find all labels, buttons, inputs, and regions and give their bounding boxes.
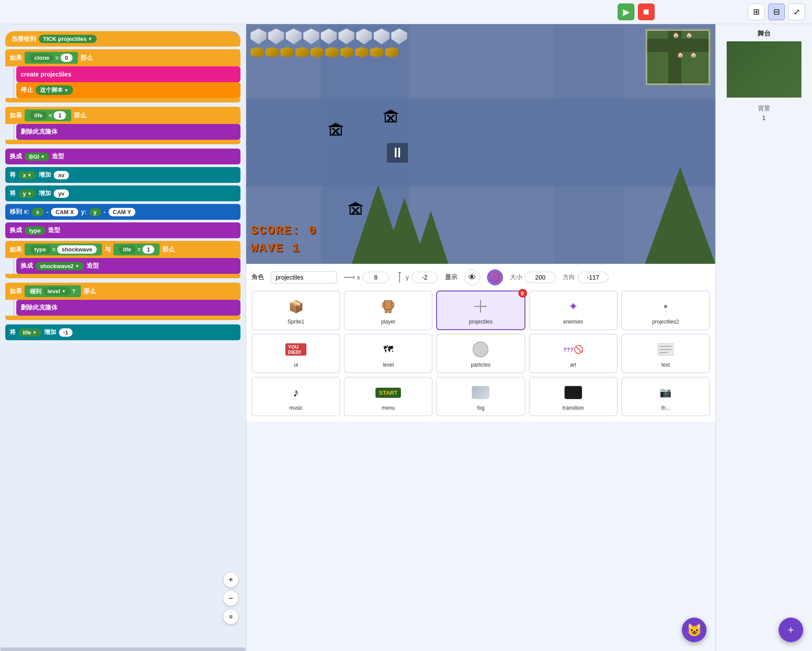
shockwave-value: shockwave — [57, 245, 96, 254]
flag-button[interactable]: ▶ — [618, 4, 634, 20]
hat-block-1-row[interactable]: 当接收到 TICK projectiles ▼ — [5, 31, 240, 47]
edit-icon[interactable]: ✏ — [231, 29, 239, 40]
y-dd: ▼ — [27, 191, 32, 196]
shockwave2-pill[interactable]: shockwave2 ▼ — [36, 262, 84, 270]
sprite-item-ui[interactable]: YOU DIED! ui — [251, 334, 340, 373]
level-dd: ▼ — [62, 289, 66, 294]
sprite-item-art[interactable]: ???🚫 art — [529, 334, 618, 373]
x-input[interactable] — [363, 272, 389, 283]
then-label: 那么 — [80, 54, 93, 62]
ui-icon: YOU DIED! — [285, 339, 306, 360]
cam-x-value: CAM X — [51, 208, 78, 216]
coin-7 — [340, 47, 353, 58]
y-input[interactable] — [411, 272, 438, 283]
svg-marker-3 — [398, 272, 401, 273]
zoom-in-btn[interactable]: + — [223, 572, 239, 588]
stop-pill[interactable]: 这个脚本 ▼ — [36, 85, 73, 95]
change-y-block[interactable]: 将 y ▼ 增加 yv — [5, 185, 240, 201]
stage-preview[interactable] — [727, 41, 801, 98]
more-label: th... — [661, 405, 670, 411]
sprite-item-projectiles[interactable]: 🗑 projectiles — [436, 291, 525, 330]
clone-pill[interactable]: clone — [30, 54, 54, 62]
layout-btn-2[interactable]: ⊟ — [768, 4, 785, 20]
sw2-dd: ▼ — [75, 264, 80, 269]
visibility-eye-btn[interactable]: 👁 — [464, 269, 480, 285]
enemies-icon: ✦ — [563, 296, 584, 317]
if-life-header[interactable]: 如果 life < 1 那么 — [5, 107, 240, 124]
sprite-item-projectiles2[interactable]: • projectiles2 — [621, 291, 710, 330]
level-pill[interactable]: level ▼ — [43, 287, 70, 295]
fullscreen-btn[interactable]: ⤢ — [788, 4, 805, 20]
if-level-block: 如果 碰到 level ▼ ? 那么 删除此克隆体 — [5, 283, 240, 322]
heart-9 — [391, 29, 407, 44]
move-to-block[interactable]: 移到 x: x - CAM X y: y - CAM Y — [5, 204, 240, 220]
sprite-item-fog[interactable]: fog — [436, 377, 525, 416]
backdrop-label: 背景 — [758, 105, 770, 113]
pause-icon: ⏸ — [387, 143, 408, 163]
sprite-name-input[interactable] — [271, 271, 337, 284]
player-label: player — [381, 319, 396, 325]
minus1: - — [47, 208, 49, 215]
if-clone-header[interactable]: 如果 clone = 0 那么 — [5, 49, 240, 66]
sprite-item-more[interactable]: 📷 th... — [621, 377, 710, 416]
type-pill-1[interactable]: type — [25, 226, 45, 235]
switch-shockwave2-block[interactable]: 换成 shockwave2 ▼ 造型 — [16, 258, 240, 274]
change-x-block[interactable]: 将 x ▼ 增加 xv — [5, 167, 240, 183]
delete-projectiles-btn[interactable]: 🗑 — [518, 289, 527, 298]
life-var-pill[interactable]: life ▼ — [18, 328, 41, 337]
sprite-item-particles[interactable]: particles — [436, 334, 525, 373]
scrollbar-horizontal[interactable] — [0, 647, 246, 651]
y-var-pill[interactable]: y ▼ — [18, 189, 36, 198]
x-axis-icon — [344, 274, 354, 281]
sprite-item-player[interactable]: player — [344, 291, 433, 330]
zoom-out-btn[interactable]: − — [223, 590, 239, 606]
sprite-item-level[interactable]: 🗺 level — [344, 334, 433, 373]
layout-btn-1[interactable]: ⊞ — [748, 4, 765, 20]
player-icon — [378, 296, 399, 317]
type-pill-2[interactable]: type — [30, 245, 51, 254]
sprite-item-text[interactable]: text — [621, 334, 710, 373]
xv-value: xv — [54, 171, 69, 179]
size-input[interactable] — [525, 272, 556, 283]
move-y-pill[interactable]: y — [89, 208, 101, 216]
sprite-item-sprite1[interactable]: 📦 Sprite1 — [251, 291, 340, 330]
dir-input[interactable] — [578, 272, 608, 283]
sprite-item-menu[interactable]: START menu — [344, 377, 433, 416]
coin-5 — [310, 47, 324, 58]
life-pill[interactable]: life — [30, 111, 47, 120]
delete-clone-block-2[interactable]: 删除此克隆体 — [16, 300, 240, 316]
center-panel: 🏠 🏠 🏠 🏠 🏚 🏚 ⏸ 🏚 — [246, 24, 715, 651]
sprite1-icon: 📦 — [285, 296, 306, 317]
cat-button[interactable]: 😺 — [682, 618, 706, 642]
x-var-pill[interactable]: x ▼ — [18, 171, 36, 179]
fit-btn[interactable]: ≡ — [223, 609, 239, 625]
change-life-block[interactable]: 将 life ▼ 增加 -1 — [5, 324, 240, 340]
sprite-item-music[interactable]: ♪ music — [251, 377, 340, 416]
transition-label: transition — [562, 405, 584, 411]
switch-bgi-block[interactable]: 换成 BGI ▼ 造型 — [5, 149, 240, 164]
heart-7 — [356, 29, 372, 44]
bgi-pill[interactable]: BGI ▼ — [25, 153, 49, 161]
delete-clone-block-1[interactable]: 删除此克隆体 — [16, 124, 240, 140]
if-level-header[interactable]: 如果 碰到 level ▼ ? 那么 — [5, 283, 240, 300]
stop-button[interactable]: ⏹ — [638, 4, 655, 20]
create-projectiles-block[interactable]: create projectiles — [16, 66, 240, 82]
if-clone-footer — [5, 98, 240, 102]
tick-pill[interactable]: TICK projectiles ▼ — [39, 35, 97, 43]
y-axis-icon — [396, 272, 403, 283]
stop-block[interactable]: 停止 这个脚本 ▼ — [16, 82, 240, 98]
x-label: x — [357, 274, 360, 281]
switch-type-block[interactable]: 换成 type 造型 — [5, 222, 240, 238]
extend-button[interactable]: + — [779, 618, 803, 642]
heart-4 — [303, 29, 319, 44]
touch-label: 碰到 — [30, 287, 41, 295]
sprite-item-enemies[interactable]: ✦ enemies — [529, 291, 618, 330]
sprite-item-transition[interactable]: transition — [529, 377, 618, 416]
eq-op-2: = — [52, 246, 56, 253]
move-x-pill[interactable]: x — [32, 208, 44, 216]
life-pill-2[interactable]: life — [119, 245, 136, 254]
visibility-hide-btn[interactable]: 🚫 — [487, 269, 503, 285]
svg-marker-1 — [353, 276, 354, 279]
if-shockwave-header[interactable]: 如果 type = shockwave 与 life = 1 那么 — [5, 241, 240, 258]
level-icon: 🗺 — [378, 339, 399, 360]
